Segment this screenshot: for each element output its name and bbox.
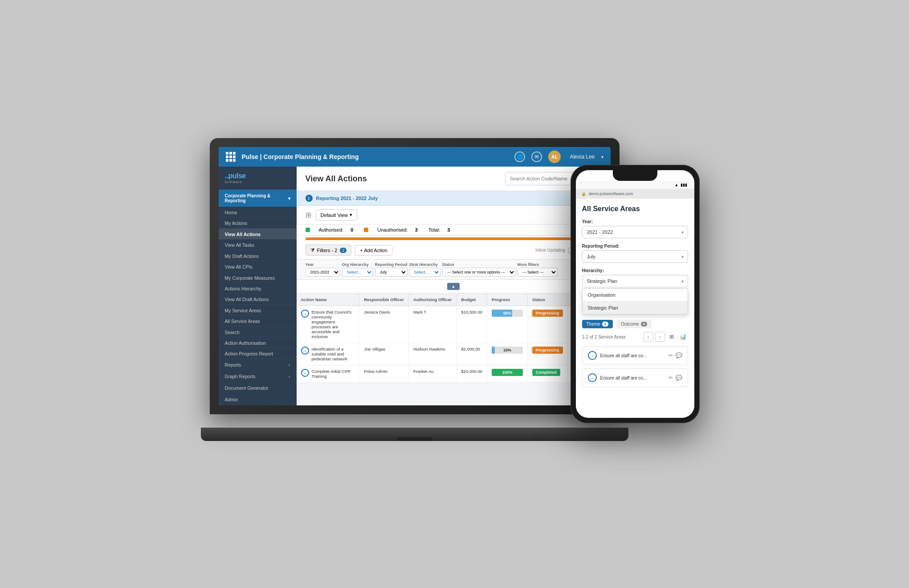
phone-tab-outcome[interactable]: Outcome 4 [616, 320, 652, 328]
phone-hierarchy-select[interactable]: Strategic Plan [582, 275, 688, 287]
filters-bar: ⧩ Filters - 2 2 + Add Action Inline Upda… [297, 241, 611, 260]
progress-cell-2: 100% [487, 365, 528, 383]
table-filters: Year 2021-2022 Org Hierarchy Select... [297, 260, 611, 280]
sidebar-item-all-service-areas[interactable]: All Service Areas [219, 315, 297, 326]
table-row: → Ensure that Council's community engage… [297, 306, 611, 343]
sidebar-item-action-authorisation[interactable]: Action Authorisation [219, 337, 297, 348]
pulse-logo: ..pulse [225, 172, 290, 180]
sidebar-item-my-corporate-measures[interactable]: My Corporate Measures [219, 272, 297, 283]
phone-filter-icon[interactable]: ⊞ [667, 332, 677, 342]
sidebar-item-view-all-cpis[interactable]: View All CPIs [219, 261, 297, 272]
progress-bar-1: 10% [492, 347, 523, 354]
phone-edit-icon-1[interactable]: ✏ [669, 375, 673, 381]
mail-icon[interactable]: ✉ [531, 151, 542, 162]
status-filter-select[interactable]: --- Select one or more options --- [442, 268, 516, 277]
sidebar: ..pulse Software Corporate Planning & Re… [219, 167, 297, 405]
phone-year-select[interactable]: 2021 - 2022 [582, 226, 688, 238]
action-name-cell-1: → Identification of a suitable road and … [297, 343, 359, 365]
content-area: View All Actions 🔍 i Reporting 2021 - 20… [297, 167, 611, 405]
phone-page-title: All Service Areas [582, 205, 688, 213]
sidebar-item-actions-hierarchy[interactable]: Actions Hierarchy [219, 283, 297, 294]
filters-button[interactable]: ⧩ Filters - 2 2 [306, 245, 352, 256]
phone-screen: ▲ ▮▮▮ 🔒 demo.pulsesoftware.com All Servi… [576, 170, 694, 418]
phone-url: demo.pulsesoftware.com [589, 192, 633, 196]
year-filter-select[interactable]: 2021-2022 [306, 268, 340, 277]
col-authorising-officer: Authorising Officer [408, 294, 457, 306]
sidebar-section-admin[interactable]: Admin [219, 394, 297, 405]
sidebar-item-my-service-areas[interactable]: My Service Areas [219, 305, 297, 315]
phone-action-nav-icon-1[interactable]: → [588, 373, 597, 382]
collapse-button[interactable]: ▲ [447, 283, 460, 290]
unauthorised-dot [364, 228, 368, 232]
sidebar-item-action-progress-report[interactable]: Action Progress Report [219, 348, 297, 359]
phone-next-btn[interactable]: › [655, 332, 665, 342]
more-filters-label: More filters [518, 262, 558, 267]
phone-action-item-0: → Ensure all staff are co... ✏ 💬 [582, 346, 688, 365]
org-hierarchy-select[interactable]: Select... [342, 268, 373, 277]
user-dropdown-icon[interactable]: ▾ [601, 155, 603, 159]
status-cell-1: Progressing [528, 343, 568, 365]
pulse-software: Software [225, 180, 290, 184]
phone-tabs-row: Theme 4 Outcome 4 [582, 320, 688, 328]
sidebar-item-home[interactable]: Home [219, 207, 297, 217]
action-name-cell: → Ensure that Council's community engage… [297, 306, 359, 343]
sidebar-item-view-all-draft[interactable]: View All Draft Actions [219, 294, 297, 304]
phone-action-nav-icon-0[interactable]: → [588, 351, 597, 360]
phone-count-text: 1-2 of 2 Service Areas [582, 335, 626, 339]
lock-icon: 🔒 [581, 192, 586, 196]
phone-tab-theme[interactable]: Theme 4 [582, 320, 613, 328]
unauthorised-value: 3 [415, 227, 418, 233]
phone-hierarchy-group: Hierarchy: Strategic Plan Organisation S… [582, 268, 688, 314]
table-container: Action Name Responsible Officer Authoris… [297, 294, 611, 383]
sidebar-item-my-actions[interactable]: My Actions [219, 217, 297, 228]
progress-cell-0: 65% [487, 306, 528, 343]
authorising-cell-2: Frankie Au [408, 365, 457, 383]
progress-cell-1: 10% [487, 343, 528, 365]
strat-hierarchy-filter-group: Strat Hierarchy Select... [409, 262, 440, 277]
sidebar-item-search[interactable]: Search [219, 327, 297, 337]
status-filter-group: Status --- Select one or more options --… [442, 262, 516, 277]
phone-edit-icon-0[interactable]: ✏ [669, 352, 673, 359]
orange-progress-bar: 3 [306, 237, 602, 240]
phone-comment-icon-0[interactable]: 💬 [676, 352, 682, 359]
phone-prev-btn[interactable]: ‹ [644, 332, 653, 342]
sidebar-item-view-all-actions[interactable]: View All Actions [219, 229, 297, 239]
reporting-period-filter-group: Reporting Period July [375, 262, 408, 277]
phone: ▲ ▮▮▮ 🔒 demo.pulsesoftware.com All Servi… [571, 165, 700, 423]
phone-browser-bar: 🔒 demo.pulsesoftware.com [576, 189, 694, 199]
year-filter-group: Year 2021-2022 [306, 262, 340, 277]
default-view-button[interactable]: Default View ▾ [316, 209, 358, 220]
row-nav-icon[interactable]: → [301, 310, 309, 318]
progress-bar-2: 100% [492, 369, 523, 376]
strat-hierarchy-select[interactable]: Select... [409, 268, 440, 277]
reporting-period-select[interactable]: July [375, 268, 408, 277]
col-status: Status [528, 294, 568, 306]
phone-action-text-1: Ensure all staff are co... [600, 376, 665, 380]
phone-comment-icon-1[interactable]: 💬 [676, 375, 682, 381]
sidebar-section-graph-reports[interactable]: Graph Reports › [219, 371, 297, 382]
phone-period-select[interactable]: July [582, 250, 688, 263]
sidebar-section-corporate[interactable]: Corporate Planning & Reporting ▾ [219, 190, 297, 207]
col-progress: Progress [487, 294, 528, 306]
row-nav-icon-2[interactable]: → [301, 369, 309, 377]
globe-icon[interactable]: 🌐 [514, 151, 525, 162]
table-row: → Identification of a suitable road and … [297, 343, 611, 365]
sidebar-section-reports[interactable]: Reports › [219, 359, 297, 371]
phone-year-group: Year: 2021 - 2022 [582, 219, 688, 238]
dropdown-item-strategic-plan[interactable]: Strategic Plan [583, 302, 688, 314]
avatar[interactable]: AL [548, 151, 561, 163]
sidebar-section-document-generator[interactable]: Document Generator [219, 382, 297, 394]
row-nav-icon-1[interactable]: → [301, 347, 309, 355]
sidebar-item-view-all-tasks[interactable]: View All Tasks [219, 239, 297, 250]
actions-table: Action Name Responsible Officer Authoris… [297, 294, 611, 383]
strat-hierarchy-label: Strat Hierarchy [409, 262, 440, 267]
reports-chevron-icon: › [289, 362, 290, 368]
grid-icon[interactable] [226, 152, 236, 162]
sidebar-item-my-draft-actions[interactable]: My Draft Actions [219, 250, 297, 261]
battery-icon: ▮▮▮ [681, 183, 687, 187]
add-action-button[interactable]: + Add Action [355, 245, 392, 256]
dropdown-item-organisation[interactable]: Organisation [583, 289, 688, 301]
phone-export-icon[interactable]: 📊 [678, 332, 688, 342]
more-filters-select[interactable]: --- Select --- [518, 268, 558, 277]
toolbar: ⊞ Default View ▾ [297, 206, 611, 225]
